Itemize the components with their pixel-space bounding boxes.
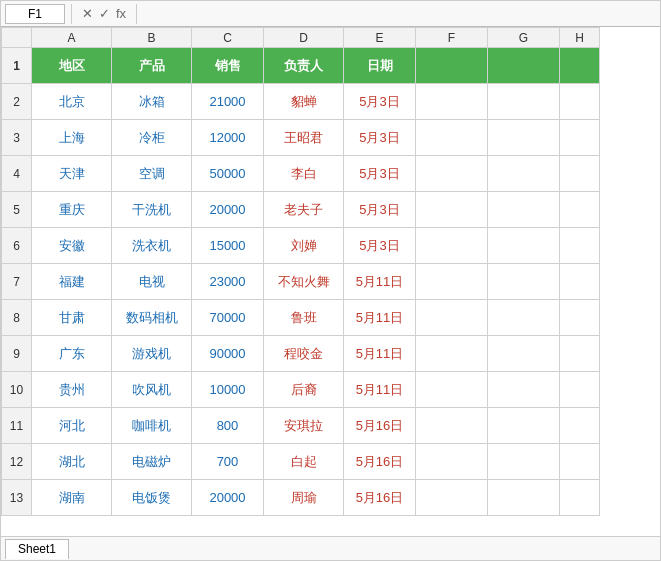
cell-person[interactable]: 后裔 (264, 372, 344, 408)
cell-sales[interactable]: 10000 (192, 372, 264, 408)
col-header-b[interactable]: B (112, 28, 192, 48)
cell-person[interactable]: 鲁班 (264, 300, 344, 336)
empty-f (416, 120, 488, 156)
cell-sales[interactable]: 800 (192, 408, 264, 444)
cell-region[interactable]: 湖南 (32, 480, 112, 516)
formula-input[interactable] (143, 4, 656, 24)
cell-date[interactable]: 5月11日 (344, 372, 416, 408)
cell-region[interactable]: 安徽 (32, 228, 112, 264)
cell-date[interactable]: 5月3日 (344, 84, 416, 120)
header-sales[interactable]: 销售 (192, 48, 264, 84)
cell-sales[interactable]: 12000 (192, 120, 264, 156)
row-num: 8 (2, 300, 32, 336)
cell-product[interactable]: 电磁炉 (112, 444, 192, 480)
cell-person[interactable]: 周瑜 (264, 480, 344, 516)
empty-g (488, 300, 560, 336)
empty-h (560, 228, 600, 264)
cell-person[interactable]: 安琪拉 (264, 408, 344, 444)
cell-sales[interactable]: 15000 (192, 228, 264, 264)
cell-date[interactable]: 5月16日 (344, 444, 416, 480)
cell-sales[interactable]: 20000 (192, 480, 264, 516)
confirm-icon[interactable]: ✓ (99, 6, 110, 21)
cell-region[interactable]: 河北 (32, 408, 112, 444)
cell-product[interactable]: 电饭煲 (112, 480, 192, 516)
table-row: 13 湖南 电饭煲 20000 周瑜 5月16日 (2, 480, 600, 516)
empty-g (488, 192, 560, 228)
cell-sales[interactable]: 21000 (192, 84, 264, 120)
cell-date[interactable]: 5月16日 (344, 480, 416, 516)
cell-sales[interactable]: 50000 (192, 156, 264, 192)
cell-product[interactable]: 游戏机 (112, 336, 192, 372)
col-header-h[interactable]: H (560, 28, 600, 48)
cell-product[interactable]: 数码相机 (112, 300, 192, 336)
cell-sales[interactable]: 20000 (192, 192, 264, 228)
sheet-container[interactable]: A B C D E F G H 1 地区 产品 销售 负责人 日期 2 北京 冰 (1, 27, 660, 536)
col-header-f[interactable]: F (416, 28, 488, 48)
empty-g (488, 408, 560, 444)
cancel-icon[interactable]: ✕ (82, 6, 93, 21)
sheet-tab[interactable]: Sheet1 (5, 539, 69, 559)
empty-f (416, 300, 488, 336)
fx-icon[interactable]: fx (116, 6, 126, 21)
col-header-c[interactable]: C (192, 28, 264, 48)
cell-person[interactable]: 老夫子 (264, 192, 344, 228)
col-header-d[interactable]: D (264, 28, 344, 48)
cell-region[interactable]: 贵州 (32, 372, 112, 408)
header-date[interactable]: 日期 (344, 48, 416, 84)
empty-g1 (488, 48, 560, 84)
cell-date[interactable]: 5月3日 (344, 120, 416, 156)
empty-f (416, 84, 488, 120)
cell-product[interactable]: 洗衣机 (112, 228, 192, 264)
cell-region[interactable]: 重庆 (32, 192, 112, 228)
cell-person[interactable]: 刘婵 (264, 228, 344, 264)
table-row: 10 贵州 吹风机 10000 后裔 5月11日 (2, 372, 600, 408)
cell-date[interactable]: 5月3日 (344, 192, 416, 228)
cell-person[interactable]: 貂蝉 (264, 84, 344, 120)
cell-sales[interactable]: 70000 (192, 300, 264, 336)
cell-person[interactable]: 程咬金 (264, 336, 344, 372)
cell-date[interactable]: 5月3日 (344, 228, 416, 264)
header-person[interactable]: 负责人 (264, 48, 344, 84)
cell-region[interactable]: 上海 (32, 120, 112, 156)
cell-region[interactable]: 天津 (32, 156, 112, 192)
cell-region[interactable]: 广东 (32, 336, 112, 372)
cell-sales[interactable]: 90000 (192, 336, 264, 372)
cell-date[interactable]: 5月11日 (344, 264, 416, 300)
cell-person[interactable]: 不知火舞 (264, 264, 344, 300)
row-num: 13 (2, 480, 32, 516)
cell-product[interactable]: 吹风机 (112, 372, 192, 408)
cell-region[interactable]: 甘肃 (32, 300, 112, 336)
cell-person[interactable]: 白起 (264, 444, 344, 480)
cell-product[interactable]: 冷柜 (112, 120, 192, 156)
col-header-e[interactable]: E (344, 28, 416, 48)
cell-product[interactable]: 电视 (112, 264, 192, 300)
cell-ref-box[interactable]: F1 (5, 4, 65, 24)
col-header-a[interactable]: A (32, 28, 112, 48)
cell-person[interactable]: 王昭君 (264, 120, 344, 156)
cell-date[interactable]: 5月11日 (344, 336, 416, 372)
cell-product[interactable]: 咖啡机 (112, 408, 192, 444)
empty-g (488, 444, 560, 480)
cell-region[interactable]: 北京 (32, 84, 112, 120)
cell-date[interactable]: 5月11日 (344, 300, 416, 336)
header-product[interactable]: 产品 (112, 48, 192, 84)
cell-product[interactable]: 空调 (112, 156, 192, 192)
col-header-g[interactable]: G (488, 28, 560, 48)
cell-sales[interactable]: 23000 (192, 264, 264, 300)
cell-region[interactable]: 福建 (32, 264, 112, 300)
empty-f (416, 444, 488, 480)
cell-product[interactable]: 干洗机 (112, 192, 192, 228)
cell-date[interactable]: 5月3日 (344, 156, 416, 192)
empty-f (416, 372, 488, 408)
empty-h (560, 84, 600, 120)
row-num: 3 (2, 120, 32, 156)
cell-date[interactable]: 5月16日 (344, 408, 416, 444)
table-row: 5 重庆 干洗机 20000 老夫子 5月3日 (2, 192, 600, 228)
cell-region[interactable]: 湖北 (32, 444, 112, 480)
empty-h (560, 300, 600, 336)
cell-product[interactable]: 冰箱 (112, 84, 192, 120)
cell-sales[interactable]: 700 (192, 444, 264, 480)
empty-g (488, 120, 560, 156)
cell-person[interactable]: 李白 (264, 156, 344, 192)
header-region[interactable]: 地区 (32, 48, 112, 84)
